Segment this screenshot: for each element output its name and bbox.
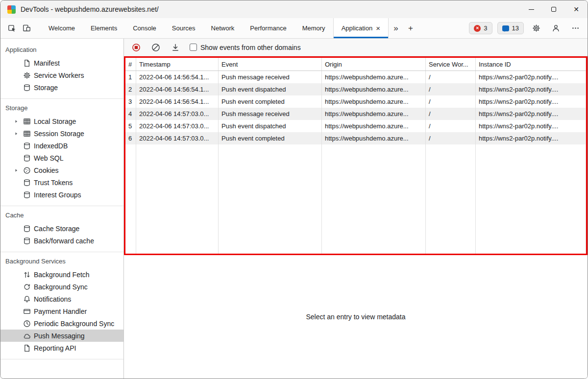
sidebar-item-interest-groups[interactable]: Interest Groups	[0, 189, 123, 201]
sidebar-item-back-forward-cache[interactable]: Back/forward cache	[0, 235, 123, 247]
add-tools-button[interactable]: +	[403, 21, 418, 36]
minimize-button[interactable]	[520, 0, 542, 18]
close-tab-icon[interactable]: ×	[376, 24, 380, 32]
column-header-instance-id[interactable]: Instance ID	[476, 58, 586, 71]
column-header-event[interactable]: Event	[219, 58, 322, 71]
database-icon	[23, 142, 31, 150]
tab-elements[interactable]: Elements	[83, 18, 125, 38]
table-cell: https://wns2-par02p.notify....	[476, 132, 586, 144]
more-options-button[interactable]	[568, 21, 583, 36]
sidebar-item-label: IndexedDB	[34, 142, 68, 150]
tab-network[interactable]: Network	[203, 18, 243, 38]
sidebar-item-periodic-background-sync[interactable]: Periodic Background Sync	[0, 317, 123, 330]
table-cell: 3	[125, 95, 136, 108]
feedback-person-icon	[552, 24, 560, 32]
table-body: 12022-04-06 14:56:54.1...Push message re…	[125, 71, 586, 254]
issues-bubble-icon	[502, 25, 509, 31]
table-row[interactable]: 42022-04-06 14:57:03.0...Push message re…	[125, 108, 586, 120]
save-events-button[interactable]	[169, 41, 182, 54]
expander-icon[interactable]	[12, 131, 20, 136]
table-cell: /	[426, 83, 476, 95]
table-cell: Push event completed	[219, 132, 322, 144]
table-cell: https://webpushdemo.azure...	[322, 120, 426, 132]
tab-application[interactable]: Application×	[333, 18, 389, 38]
tab-welcome[interactable]: Welcome	[41, 18, 83, 38]
sidebar-item-trust-tokens[interactable]: Trust Tokens	[0, 176, 123, 189]
tab-label: Welcome	[49, 24, 75, 32]
maximize-button[interactable]	[542, 0, 565, 18]
table-icon	[23, 118, 31, 125]
section-title: Application	[0, 42, 123, 57]
table-cell: https://webpushdemo.azure...	[322, 83, 426, 95]
sidebar-item-cookies[interactable]: Cookies	[0, 164, 123, 176]
table-cell: 2022-04-06 14:57:03.0...	[136, 108, 219, 120]
tab-label: Console	[133, 24, 156, 32]
column-header-origin[interactable]: Origin	[322, 58, 426, 71]
sidebar-item-background-fetch[interactable]: Background Fetch	[0, 268, 123, 281]
table-row[interactable]: 52022-04-06 14:57:03.0...Push event disp…	[125, 120, 586, 132]
table-cell: https://wns2-par02p.notify....	[476, 95, 586, 108]
sidebar-item-reporting-api[interactable]: Reporting API	[0, 342, 123, 354]
inspect-element-button[interactable]	[4, 21, 19, 36]
devtools-logo	[7, 5, 16, 14]
column-header-service-wor[interactable]: Service Wor...	[426, 58, 476, 71]
tab-sources[interactable]: Sources	[164, 18, 203, 38]
column-header-num[interactable]: #	[125, 58, 136, 71]
error-count-badge[interactable]: ✕ 3	[469, 22, 492, 34]
section-title: Storage	[0, 100, 123, 115]
sidebar-item-background-sync[interactable]: Background Sync	[0, 281, 123, 293]
device-toolbar-button[interactable]	[19, 21, 34, 36]
record-button[interactable]	[130, 41, 143, 54]
tab-console[interactable]: Console	[125, 18, 164, 38]
issues-count-badge[interactable]: 13	[497, 22, 524, 34]
tab-performance[interactable]: Performance	[242, 18, 294, 38]
close-window-button[interactable]: ✕	[565, 0, 588, 18]
show-events-group: Show events from other domains	[190, 44, 301, 51]
sidebar-item-manifest[interactable]: Manifest	[0, 57, 123, 69]
sidebar-item-web-sql[interactable]: Web SQL	[0, 152, 123, 164]
sidebar-item-storage[interactable]: Storage	[0, 81, 123, 94]
metadata-placeholder: Select an entry to view metadata	[306, 313, 405, 321]
sidebar-item-label: Periodic Background Sync	[34, 320, 114, 328]
section-title: Cache	[0, 207, 123, 222]
table-cell: /	[426, 120, 476, 132]
table-cell: /	[426, 95, 476, 108]
expander-icon[interactable]	[12, 119, 20, 124]
column-header-timestamp[interactable]: Timestamp	[136, 58, 219, 71]
sidebar-item-service-workers[interactable]: Service Workers	[0, 69, 123, 81]
sidebar-item-cache-storage[interactable]: Cache Storage	[0, 222, 123, 235]
table-row[interactable]: 12022-04-06 14:56:54.1...Push message re…	[125, 71, 586, 83]
inspect-icon	[8, 24, 16, 32]
sidebar-item-label: Local Storage	[34, 118, 76, 125]
table-header: #TimestampEventOriginService Wor...Insta…	[125, 58, 586, 71]
more-tabs-button[interactable]: »	[389, 21, 403, 36]
database-icon	[23, 191, 31, 199]
close-icon: ✕	[573, 5, 579, 13]
sidebar-item-local-storage[interactable]: Local Storage	[0, 115, 123, 127]
sidebar-item-session-storage[interactable]: Session Storage	[0, 127, 123, 140]
document-icon	[23, 344, 31, 352]
expander-icon[interactable]	[12, 168, 20, 173]
show-events-checkbox[interactable]	[190, 44, 197, 51]
sidebar-item-label: Cookies	[34, 166, 59, 174]
sidebar-item-notifications[interactable]: Notifications	[0, 293, 123, 305]
table-row[interactable]: 32022-04-06 14:56:54.1...Push event comp…	[125, 95, 586, 108]
table-cell: https://wns2-par02p.notify....	[476, 83, 586, 95]
tab-label: Performance	[250, 24, 286, 32]
sidebar-item-payment-handler[interactable]: Payment Handler	[0, 305, 123, 317]
feedback-button[interactable]	[548, 21, 563, 36]
sidebar-item-label: Web SQL	[34, 154, 63, 162]
table-row[interactable]: 22022-04-06 14:56:54.1...Push event disp…	[125, 83, 586, 95]
table-row[interactable]: 62022-04-06 14:57:03.0...Push event comp…	[125, 132, 586, 144]
sidebar-item-indexeddb[interactable]: IndexedDB	[0, 140, 123, 152]
clear-button[interactable]	[149, 41, 162, 54]
clock-icon	[23, 320, 31, 328]
tab-memory[interactable]: Memory	[294, 18, 333, 38]
sidebar-item-push-messaging[interactable]: Push Messaging	[0, 330, 123, 342]
settings-button[interactable]	[529, 21, 543, 36]
push-events-table: #TimestampEventOriginService Wor...Insta…	[124, 56, 588, 255]
table-cell: 5	[125, 120, 136, 132]
table-filler	[125, 144, 586, 254]
tab-label: Application	[342, 24, 373, 32]
table-cell: https://wns2-par02p.notify....	[476, 120, 586, 132]
